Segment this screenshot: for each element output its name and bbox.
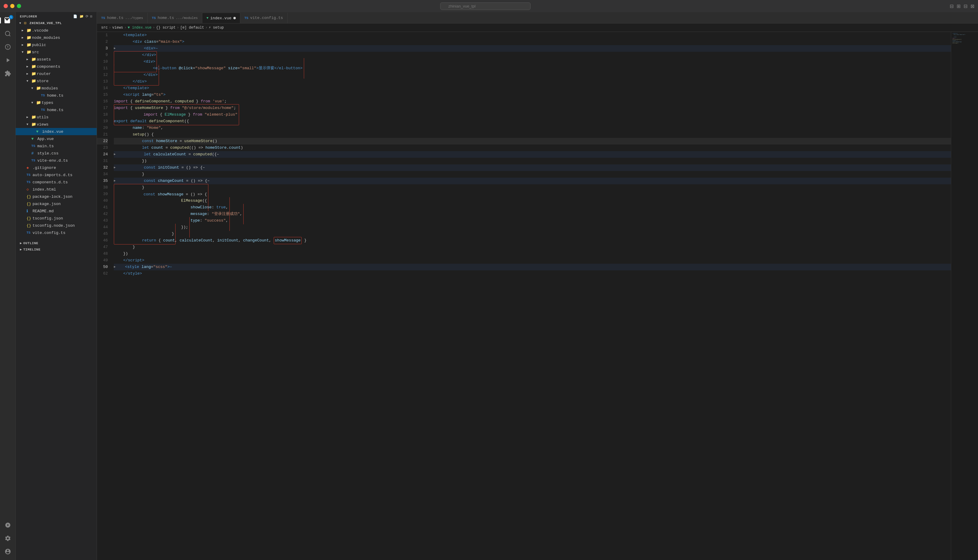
tree-store[interactable]: ▼ 📁 store: [16, 77, 97, 85]
tree-app-vue[interactable]: ▼ App.vue: [16, 135, 97, 142]
activity-run[interactable]: [2, 54, 14, 66]
home-ts-types-icon: TS: [41, 108, 47, 112]
maximize-button[interactable]: [17, 4, 21, 8]
traffic-lights: [3, 4, 21, 8]
tab-home-modules-icon: TS: [152, 16, 156, 20]
tree-tsconfig[interactable]: {} tsconfig.json: [16, 215, 97, 222]
activity-settings[interactable]: [2, 532, 14, 544]
activity-git[interactable]: [2, 41, 14, 53]
code-text29: ({–: [212, 151, 219, 158]
utils-icon: 📁: [31, 115, 37, 120]
ln-38: 38: [97, 184, 108, 191]
tree-style-css[interactable]: # style.css: [16, 150, 97, 157]
layout-toggle-button[interactable]: ⊟: [950, 3, 954, 9]
tree-index-vue[interactable]: ▼ index.vue: [16, 128, 97, 135]
code-text10: ({: [184, 118, 189, 125]
panel-toggle-button[interactable]: ⊞: [956, 3, 961, 9]
tree-home-ts-types[interactable]: TS home.ts: [16, 106, 97, 113]
components-dts-label: components.d.ts: [33, 180, 68, 185]
code-line-45: }: [114, 231, 951, 237]
components-arrow: ▶: [27, 65, 31, 68]
ln-1: 1: [97, 32, 108, 38]
breadcrumb-script[interactable]: {} script: [156, 26, 175, 30]
code-text14: [114, 131, 132, 138]
breadcrumb-sep4: ›: [177, 26, 179, 30]
tree-main-ts[interactable]: TS main.ts: [16, 142, 97, 150]
activity-avatar[interactable]: [2, 545, 14, 558]
minimize-button[interactable]: [10, 4, 15, 8]
modules-icon: 📁: [36, 86, 42, 91]
title-search-input[interactable]: [440, 2, 531, 10]
activity-extensions[interactable]: [2, 67, 14, 80]
code-content[interactable]: <template> <div class="main-box"> ▶ <div…: [112, 32, 951, 560]
timeline-section[interactable]: ▶ TIMELINE: [16, 246, 97, 253]
vite-config-label: vite.config.ts: [33, 231, 65, 235]
ln-20: 20: [97, 125, 108, 131]
tree-root[interactable]: ▼ ⊟ ZHINIAN_VUE_TPL: [16, 20, 97, 27]
tree-readme[interactable]: ℹ README.md: [16, 207, 97, 215]
tree-home-ts-modules[interactable]: TS home.ts: [16, 92, 97, 99]
refresh-icon[interactable]: ⟳: [85, 15, 88, 18]
tree-components-dts[interactable]: TS components.d.ts: [16, 178, 97, 186]
readme-icon: ℹ: [27, 208, 32, 213]
close-button[interactable]: [3, 4, 8, 8]
code-text24: .: [227, 145, 229, 151]
code-text1: {: [128, 98, 135, 105]
breadcrumb-views[interactable]: views: [112, 26, 123, 30]
activity-remote[interactable]: [2, 519, 14, 531]
tree-vite-config[interactable]: TS vite.config.ts: [16, 229, 97, 236]
tree-views[interactable]: ▼ 📁 views: [16, 121, 97, 128]
new-file-icon[interactable]: 📄: [73, 15, 78, 18]
breadcrumb-src[interactable]: src: [101, 26, 108, 30]
code-text32: [156, 164, 158, 171]
tree-package-lock[interactable]: {} package-lock.json: [16, 193, 97, 200]
tree-auto-imports[interactable]: TS auto-imports.d.ts: [16, 171, 97, 178]
tree-src[interactable]: ▼ 📁 src: [16, 48, 97, 56]
tree-node-modules[interactable]: ▶ 📁 node_modules: [16, 34, 97, 41]
tree-vite-env[interactable]: TS vite-env.d.ts: [16, 157, 97, 164]
code-line-22: const homeStore = useHomeStore(): [114, 138, 951, 145]
tree-tsconfig-node[interactable]: {} tsconfig.node.json: [16, 222, 97, 229]
tree-package-json[interactable]: {} package.json: [16, 200, 97, 207]
code-tag18: </style>: [114, 270, 142, 277]
tab-vite-config[interactable]: TS vite.config.ts: [240, 13, 288, 23]
ln-16: 16: [97, 98, 108, 105]
vite-env-icon: TS: [31, 159, 37, 162]
tree-index-html[interactable]: ◇ index.html: [16, 186, 97, 193]
tab-home-modules[interactable]: TS home.ts .../modules: [148, 13, 202, 23]
tree-public[interactable]: ▶ 📁 public: [16, 41, 97, 48]
collapse-icon[interactable]: ⊟: [90, 15, 92, 18]
tree-components[interactable]: ▶ 📁 components: [16, 63, 97, 70]
breadcrumb-file[interactable]: ▼ index.vue: [128, 26, 152, 30]
customize-layout-button[interactable]: ⊠: [970, 3, 975, 9]
tree-vscode[interactable]: ▶ 📁 .vscode: [16, 27, 97, 34]
new-folder-icon[interactable]: 📁: [80, 15, 84, 18]
code-line-31: }): [114, 158, 951, 164]
breadcrumb-sep3: ›: [153, 26, 155, 30]
code-tag10: </div>: [143, 73, 158, 77]
tree-utils[interactable]: ▶ 📁 utils: [16, 113, 97, 121]
tree-assets[interactable]: ▶ 📁 assets: [16, 56, 97, 63]
code-text3: }: [193, 98, 200, 105]
tree-gitignore[interactable]: ◈ .gitignore: [16, 164, 97, 171]
gitignore-label: .gitignore: [33, 166, 56, 170]
tree-modules[interactable]: ▼ 📁 modules: [16, 85, 97, 92]
outline-label: OUTLINE: [23, 242, 38, 245]
tab-home-types[interactable]: TS home.ts .../types: [97, 13, 148, 23]
activity-explorer[interactable]: 1: [2, 15, 14, 27]
tree-types[interactable]: ▼ 📁 types: [16, 99, 97, 106]
activity-search[interactable]: [2, 28, 14, 40]
code-str2: "showMessage": [195, 66, 225, 70]
tab-home-types-sublabel: .../types: [125, 16, 143, 20]
breadcrumb-setup[interactable]: ⚡ setup: [209, 25, 224, 30]
ln-62: 62: [97, 270, 108, 277]
tree-router[interactable]: ▶ 📁 router: [16, 70, 97, 77]
node-modules-label: node_modules: [32, 35, 60, 40]
code-text54: [114, 237, 142, 244]
tab-home-modules-sublabel: .../modules: [176, 16, 198, 20]
split-editor-button[interactable]: ⊟: [963, 3, 968, 9]
tab-index-vue[interactable]: ▼ index.vue: [202, 13, 240, 23]
breadcrumb-default[interactable]: [e] default: [180, 26, 204, 30]
outline-section[interactable]: ▶ OUTLINE: [16, 240, 97, 246]
ln-21: 21: [97, 131, 108, 138]
